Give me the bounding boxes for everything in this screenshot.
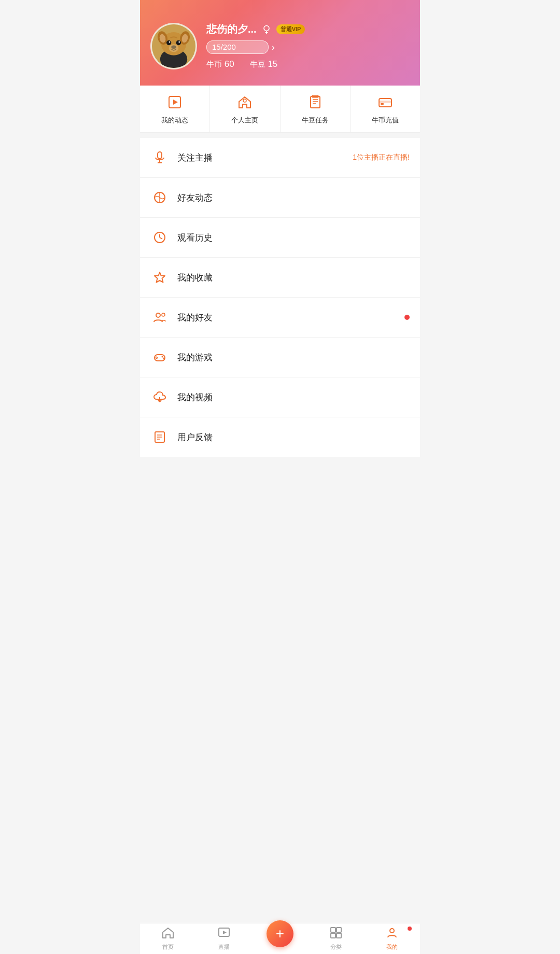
clock-icon <box>150 228 169 247</box>
bean-stat: 牛豆 15 <box>250 59 278 69</box>
mic-icon <box>150 148 169 167</box>
gender-icon <box>261 24 272 35</box>
nav-task[interactable]: 牛豆任务 <box>281 86 351 132</box>
svg-point-9 <box>169 41 171 43</box>
coin-label: 牛币 <box>206 60 222 68</box>
task-icon <box>308 95 323 111</box>
my-videos-label: 我的视频 <box>177 391 410 403</box>
profile-home-label: 个人主页 <box>231 116 258 125</box>
menu-friend-activity[interactable]: 好友动态 <box>140 178 420 218</box>
profile-name-row: 悲伤的夕... 普通VIP <box>206 22 410 36</box>
profile-name: 悲伤的夕... <box>206 22 257 36</box>
menu-follow-anchor[interactable]: 关注主播 1位主播正在直播! <box>140 138 420 178</box>
vip-badge: 普通VIP <box>276 24 305 34</box>
svg-point-8 <box>176 40 181 45</box>
friends-icon <box>150 308 169 327</box>
coin-stat: 牛币 60 <box>206 59 234 69</box>
coin-number: 60 <box>225 59 234 69</box>
recharge-icon <box>378 95 393 111</box>
my-favorites-label: 我的收藏 <box>177 272 410 284</box>
svg-marker-35 <box>155 272 165 283</box>
svg-rect-26 <box>381 103 384 105</box>
activity-icon <box>167 95 182 111</box>
activity-label: 我的动态 <box>161 116 188 125</box>
quick-nav: 我的动态 个人主页 牛豆任务 <box>140 86 420 133</box>
svg-line-40 <box>156 357 157 358</box>
menu-my-videos[interactable]: 我的视频 <box>140 377 420 417</box>
feedback-icon <box>150 428 169 446</box>
menu-my-favorites[interactable]: 我的收藏 <box>140 258 420 298</box>
friend-activity-label: 好友动态 <box>177 192 410 204</box>
friend-activity-icon <box>150 188 169 207</box>
svg-point-13 <box>264 25 269 31</box>
avatar[interactable] <box>150 23 197 69</box>
bean-number: 15 <box>268 59 277 69</box>
menu-list: 关注主播 1位主播正在直播! 好友动态 <box>140 138 420 457</box>
nav-recharge[interactable]: 牛币充值 <box>351 86 420 132</box>
profile-info: 悲伤的夕... 普通VIP 15/200 › 牛币 <box>206 22 410 69</box>
profile-banner: 悲伤的夕... 普通VIP 15/200 › 牛币 <box>140 0 420 86</box>
watch-history-label: 观看历史 <box>177 232 410 244</box>
recharge-label: 牛币充值 <box>372 116 399 125</box>
svg-point-44 <box>163 358 165 359</box>
nav-my-activity[interactable]: 我的动态 <box>140 86 210 132</box>
svg-point-18 <box>243 99 246 102</box>
my-friends-label: 我的好友 <box>177 312 404 324</box>
menu-my-games[interactable]: 我的游戏 <box>140 338 420 377</box>
svg-point-10 <box>178 41 180 43</box>
svg-rect-19 <box>311 96 320 108</box>
star-icon <box>150 268 169 287</box>
svg-point-37 <box>162 313 165 316</box>
svg-point-43 <box>162 356 163 358</box>
follow-anchor-label: 关注主播 <box>177 152 353 164</box>
exp-arrow: › <box>272 42 275 53</box>
bean-label: 牛豆 <box>250 60 265 68</box>
profile-home-icon <box>237 95 252 111</box>
cloud-video-icon <box>150 388 169 406</box>
svg-point-12 <box>169 44 179 52</box>
profile-stats: 牛币 60 牛豆 15 <box>206 59 410 69</box>
exp-bar-wrapper[interactable]: 15/200 › <box>206 40 410 54</box>
feedback-label: 用户反馈 <box>177 431 410 443</box>
my-games-label: 我的游戏 <box>177 352 410 363</box>
svg-rect-27 <box>158 152 162 159</box>
menu-watch-history[interactable]: 观看历史 <box>140 218 420 258</box>
menu-my-friends[interactable]: 我的好友 <box>140 298 420 338</box>
live-status-text: 1位主播正在直播! <box>353 153 410 162</box>
game-icon <box>150 348 169 367</box>
friends-notification-dot <box>404 315 410 320</box>
exp-bar-container: 15/200 <box>206 40 269 54</box>
exp-text: 15/200 <box>212 43 236 51</box>
svg-point-7 <box>166 40 171 45</box>
nav-profile-home[interactable]: 个人主页 <box>210 86 280 132</box>
svg-line-42 <box>157 358 158 359</box>
svg-line-34 <box>160 237 162 239</box>
menu-feedback[interactable]: 用户反馈 <box>140 417 420 457</box>
svg-point-36 <box>156 313 160 317</box>
svg-marker-17 <box>173 100 178 105</box>
svg-rect-25 <box>379 101 391 103</box>
task-label: 牛豆任务 <box>302 116 329 125</box>
